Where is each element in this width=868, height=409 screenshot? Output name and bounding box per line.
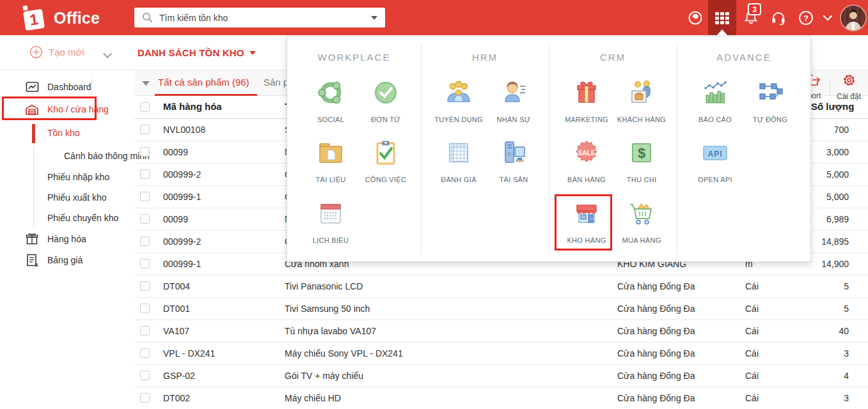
menu-column-divider: [421, 44, 422, 254]
menu-app-label: SOCIAL: [300, 116, 361, 123]
menu-app-công-việc[interactable]: CÔNG VIỆC: [355, 139, 416, 183]
menu-app-thu-chi[interactable]: $THU CHI: [611, 139, 672, 183]
select-all-checkbox[interactable]: [140, 102, 150, 112]
row-checkbox[interactable]: [140, 125, 150, 134]
cell-quantity: 4: [844, 371, 849, 381]
gift-icon: [24, 233, 40, 245]
header-ma-hang-hoa[interactable]: Mã hàng hóa: [163, 101, 222, 112]
sidebar-item-ton-kho[interactable]: Tồn kho: [0, 122, 134, 144]
sidebar-item-kho-cua-hang[interactable]: Kho / cửa hàng: [0, 98, 134, 120]
create-new-button[interactable]: Tạo mới: [29, 45, 84, 59]
tabs-dropdown-caret[interactable]: [142, 81, 150, 86]
report-icon: [701, 79, 729, 107]
globe-icon[interactable]: [681, 0, 709, 35]
menu-app-tuyển-dụng[interactable]: TUYỂN DỤNG: [428, 79, 489, 123]
page-title-dropdown[interactable]: DANH SÁCH TỒN KHO: [138, 47, 256, 58]
search-dropdown-caret[interactable]: [371, 16, 377, 20]
menu-column-divider: [549, 44, 549, 254]
apps-mega-menu: WORKPLACESOCIALĐƠN TỪTÀI LIỆUCÔNG VIỆCLỊ…: [287, 36, 811, 262]
create-dropdown-chevron-icon[interactable]: [103, 49, 112, 58]
sidebar-item-phieu-xuat-kho[interactable]: Phiếu xuất kho: [0, 187, 134, 208]
menu-app-bán-hàng[interactable]: SALEBÁN HÀNG: [556, 139, 617, 183]
help-icon[interactable]: ?: [792, 0, 820, 35]
chevron-down-icon[interactable]: [819, 0, 836, 35]
sidebar-label: Kho / cửa hàng: [47, 104, 109, 114]
row-checkbox[interactable]: [140, 304, 150, 313]
support-headset-icon[interactable]: [764, 0, 793, 35]
menu-app-báo-cáo[interactable]: BÁO CÁO: [684, 79, 746, 123]
leave-request-icon: [372, 79, 400, 107]
row-checkbox[interactable]: [140, 259, 150, 268]
menu-app-đơn-từ[interactable]: ĐƠN TỪ: [355, 79, 416, 123]
menu-app-khách-hàng[interactable]: KHÁCH HÀNG: [611, 79, 672, 123]
menu-app-label: ĐƠN TỪ: [355, 116, 416, 123]
table-row[interactable]: VA107Tủ nhựa lavabo VA107Cửa hàng Đống Đ…: [134, 320, 868, 343]
table-row[interactable]: DT002Máy chiếu HDCửa hàng Đống ĐaCái3: [134, 387, 868, 409]
menu-app-marketing[interactable]: MARKETING: [556, 79, 617, 123]
sidebar-item-phieu-nhap-kho[interactable]: Phiếu nhập kho: [0, 166, 134, 188]
svg-text:SALE: SALE: [578, 150, 596, 157]
sidebar-label: Hàng hóa: [47, 234, 86, 244]
menu-app-label: LỊCH BIỂU: [300, 236, 361, 244]
row-checkbox[interactable]: [140, 214, 150, 224]
api-icon: API: [701, 139, 729, 167]
sidebar-item-bang-gia[interactable]: $ Bảng giá: [0, 249, 134, 271]
row-checkbox[interactable]: [140, 348, 150, 358]
cell-unit: Cái: [745, 326, 759, 336]
document-icon: [317, 139, 345, 167]
cell-quantity: 3,000: [826, 147, 849, 157]
table-row[interactable]: DT004Tivi Panasonic LCDCửa hàng Đống ĐaC…: [134, 275, 868, 298]
menu-section-title: CRM: [549, 52, 677, 63]
menu-app-label: THU CHI: [611, 176, 672, 183]
row-checkbox[interactable]: [140, 169, 150, 179]
row-checkbox[interactable]: [140, 147, 150, 157]
search-placeholder: Tìm kiếm tồn kho: [159, 13, 365, 23]
cell-unit: Cái: [745, 371, 759, 381]
menu-app-label: MUA HÀNG: [611, 236, 672, 244]
sidebar-label: Dashboard: [47, 82, 91, 92]
table-row[interactable]: VPL - DX241Máy chiếu Sony VPL - DX241Cửa…: [134, 343, 868, 365]
sidebar-item-dashboard[interactable]: Dashboard: [0, 76, 134, 98]
sidebar-item-phieu-chuyen-kho[interactable]: Phiếu chuyển kho: [0, 207, 134, 229]
menu-app-tài-liệu[interactable]: TÀI LIỆU: [300, 139, 361, 183]
tab-all-products[interactable]: Tất cả sản phẩm (96): [158, 77, 249, 88]
purchase-icon: [627, 199, 656, 228]
row-checkbox[interactable]: [140, 192, 150, 201]
menu-app-nhân-sự[interactable]: NHÂN SỰ: [483, 79, 544, 123]
cell-warehouse: Cửa hàng Đống Đa: [617, 393, 695, 403]
notifications-bell-icon[interactable]: 3: [737, 0, 765, 35]
cell-warehouse: Cửa hàng Đống Đa: [617, 371, 695, 381]
social-icon: [317, 79, 345, 107]
row-checkbox[interactable]: [140, 236, 150, 246]
search-input[interactable]: Tìm kiếm tồn kho: [134, 8, 385, 27]
header-so-luong[interactable]: Số lượng: [811, 101, 854, 112]
table-row[interactable]: GSP-02Gói TV + máy chiếuCửa hàng Đống Đa…: [134, 365, 868, 387]
cell-quantity: 6,989: [826, 214, 849, 224]
store-icon: [572, 199, 601, 228]
user-avatar[interactable]: [839, 0, 867, 35]
row-checkbox[interactable]: [140, 326, 150, 336]
menu-app-đánh-giá[interactable]: ĐÁNH GIÁ: [428, 139, 489, 183]
menu-app-lịch-biểu[interactable]: LỊCH BIỂU: [300, 199, 361, 244]
menu-app-tự-động[interactable]: TỰ ĐỘNG: [739, 79, 801, 123]
cell-product-code: VPL - DX241: [163, 348, 215, 359]
cell-unit: Cái: [745, 348, 759, 359]
menu-app-label: ĐÁNH GIÁ: [428, 176, 489, 183]
cell-warehouse: Cửa hàng Đống Đa: [617, 281, 695, 291]
menu-app-social[interactable]: SOCIAL: [300, 79, 361, 123]
menu-app-mua-hàng[interactable]: MUA HÀNG: [611, 199, 672, 244]
sidebar-item-canh-bao-thong-minh[interactable]: Cảnh báo thông minh: [0, 145, 134, 167]
row-checkbox[interactable]: [140, 281, 150, 291]
menu-app-tài-sản[interactable]: TÀI SẢN: [483, 139, 544, 183]
cell-quantity: 5: [844, 304, 849, 314]
row-checkbox[interactable]: [140, 393, 150, 403]
toolbar-divider: [91, 79, 92, 95]
settings-button[interactable]: Cài đặt: [835, 73, 863, 101]
menu-app-open-api[interactable]: APIOPEN API: [684, 139, 746, 183]
table-row[interactable]: DT001Tivi Samsung 50 inchCửa hàng Đống Đ…: [134, 298, 868, 320]
sidebar-item-hang-hoa[interactable]: Hàng hóa: [0, 228, 134, 250]
menu-app-kho-hàng[interactable]: KHO HÀNG: [556, 199, 617, 244]
svg-text:API: API: [707, 150, 722, 158]
app-logo[interactable]: 1 Office: [19, 4, 100, 31]
row-checkbox[interactable]: [140, 371, 150, 380]
